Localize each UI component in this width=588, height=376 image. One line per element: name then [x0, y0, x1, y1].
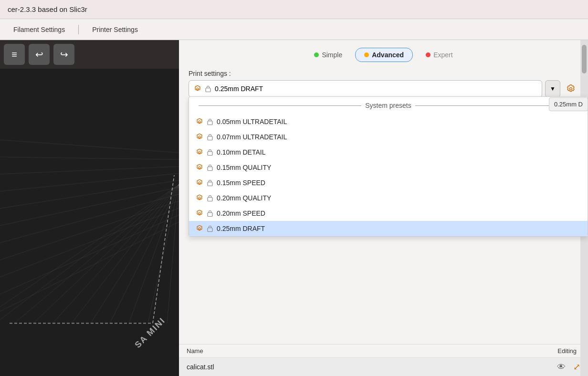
- dropdown-row: 0.25mm DRAFT ▼: [189, 80, 578, 97]
- mode-selector: Simple Advanced Expert: [179, 40, 588, 70]
- settings-gear-icon: [566, 84, 576, 94]
- undo-button[interactable]: ↩: [29, 44, 50, 65]
- tooltip-popup: 0.25mm D: [549, 97, 588, 111]
- item-gear-icon: [196, 194, 203, 202]
- menu-button[interactable]: ≡: [4, 44, 25, 65]
- edit-icon: ⤢: [573, 362, 580, 372]
- dropdown-item-2[interactable]: 0.10mm DETAIL: [189, 145, 588, 160]
- tab-filament-settings[interactable]: Filament Settings: [4, 22, 74, 37]
- dropdown-arrow-button[interactable]: ▼: [545, 80, 560, 97]
- item-lock-icon: [207, 210, 213, 217]
- dropdown-item-label: 0.15mm SPEED: [217, 179, 265, 187]
- svg-rect-3: [208, 152, 212, 156]
- advanced-mode-label: Advanced: [372, 51, 404, 59]
- dropdown-item-4[interactable]: 0.15mm SPEED: [189, 175, 588, 190]
- app-title: cer-2.3.3 based on Slic3r: [8, 5, 87, 13]
- lock-icon: [205, 85, 211, 92]
- dropdown-list: System presets 0.05mm ULTRADETAIL 0.07mm: [189, 96, 588, 237]
- item-gear-icon: [196, 179, 203, 187]
- tab-bar: Filament Settings Printer Settings: [0, 19, 588, 40]
- dropdown-item-label: 0.15mm QUALITY: [217, 164, 271, 171]
- chevron-down-icon: ▼: [550, 85, 556, 92]
- viewport: ≡ ↩ ↪ SA MINI: [0, 40, 179, 376]
- dropdown-items-container: 0.05mm ULTRADETAIL 0.07mm ULTRADETAIL 0.…: [189, 114, 588, 236]
- item-gear-icon: [196, 148, 203, 156]
- svg-rect-5: [208, 182, 212, 186]
- dropdown-item-0[interactable]: 0.05mm ULTRADETAIL: [189, 114, 588, 129]
- simple-mode-button[interactable]: Simple: [305, 48, 351, 62]
- item-lock-icon: [207, 118, 213, 125]
- file-name: calicat.stl: [187, 363, 553, 371]
- tooltip-text: 0.25mm D: [554, 101, 583, 108]
- item-gear-icon: [196, 225, 203, 232]
- svg-rect-8: [208, 228, 212, 232]
- item-lock-icon: [207, 134, 213, 140]
- print-settings-dropdown[interactable]: 0.25mm DRAFT: [189, 80, 542, 97]
- main-layout: ≡ ↩ ↪ SA MINI Simple Advanced Expert: [0, 40, 588, 376]
- svg-rect-1: [208, 121, 212, 125]
- table-row-actions: 👁 ⤢: [557, 362, 580, 372]
- selected-preset-text: 0.25mm DRAFT: [215, 85, 263, 93]
- dropdown-item-label: 0.05mm ULTRADETAIL: [217, 118, 287, 125]
- dropdown-item-5[interactable]: 0.20mm QUALITY: [189, 190, 588, 206]
- item-gear-icon: [196, 209, 203, 217]
- table-header-editing: Editing: [557, 347, 580, 355]
- bottom-area: Name Editing calicat.stl 👁 ⤢: [179, 344, 588, 376]
- item-lock-icon: [207, 195, 213, 201]
- item-gear-icon: [196, 133, 203, 141]
- simple-dot: [314, 52, 319, 57]
- tab-printer-settings[interactable]: Printer Settings: [83, 22, 147, 37]
- svg-rect-2: [208, 136, 212, 140]
- settings-gear-button[interactable]: [563, 81, 578, 96]
- dropdown-item-label: 0.10mm DETAIL: [217, 148, 265, 156]
- dropdown-system-presets-header: System presets: [189, 97, 588, 114]
- eye-button[interactable]: 👁: [557, 362, 566, 372]
- dropdown-item-3[interactable]: 0.15mm QUALITY: [189, 160, 588, 175]
- svg-rect-7: [208, 213, 212, 217]
- table-row: calicat.stl 👁 ⤢: [179, 357, 588, 376]
- dropdown-item-label: 0.20mm SPEED: [217, 209, 265, 217]
- advanced-dot: [364, 52, 369, 57]
- dropdown-item-label: 0.25mm DRAFT: [217, 225, 265, 232]
- redo-button[interactable]: ↪: [53, 44, 74, 65]
- tab-separator: [78, 25, 79, 34]
- expert-dot: [426, 52, 430, 57]
- item-lock-icon: [207, 149, 213, 156]
- scrollbar-thumb: [582, 45, 587, 73]
- dropdown-item-7[interactable]: 0.25mm DRAFT: [189, 221, 588, 236]
- dropdown-item-6[interactable]: 0.20mm SPEED: [189, 206, 588, 221]
- item-gear-icon: [196, 118, 203, 125]
- table-header: Name Editing: [179, 344, 588, 357]
- settings-panel: Simple Advanced Expert Print settings :: [179, 40, 588, 376]
- edit-button[interactable]: ⤢: [573, 362, 580, 372]
- svg-rect-4: [208, 167, 212, 171]
- dropdown-item-label: 0.20mm QUALITY: [217, 194, 271, 202]
- simple-mode-label: Simple: [322, 51, 342, 59]
- svg-rect-6: [208, 198, 212, 201]
- advanced-mode-button[interactable]: Advanced: [355, 48, 413, 62]
- gear-icon: [194, 85, 201, 93]
- item-lock-icon: [207, 225, 213, 232]
- dropdown-item-1[interactable]: 0.07mm ULTRADETAIL: [189, 129, 588, 145]
- expert-mode-label: Expert: [433, 51, 452, 59]
- item-lock-icon: [207, 179, 213, 186]
- table-header-name: Name: [187, 347, 557, 355]
- svg-rect-0: [206, 88, 210, 92]
- dropdown-item-label: 0.07mm ULTRADETAIL: [217, 133, 287, 141]
- eye-icon: 👁: [557, 362, 566, 372]
- print-settings-section: Print settings : 0.25mm DRAFT: [179, 70, 588, 97]
- title-bar: cer-2.3.3 based on Slic3r: [0, 0, 588, 19]
- expert-mode-button[interactable]: Expert: [417, 48, 462, 62]
- item-gear-icon: [196, 164, 203, 171]
- toolbar: ≡ ↩ ↪: [0, 40, 179, 69]
- item-lock-icon: [207, 164, 213, 171]
- print-settings-label: Print settings :: [189, 70, 578, 77]
